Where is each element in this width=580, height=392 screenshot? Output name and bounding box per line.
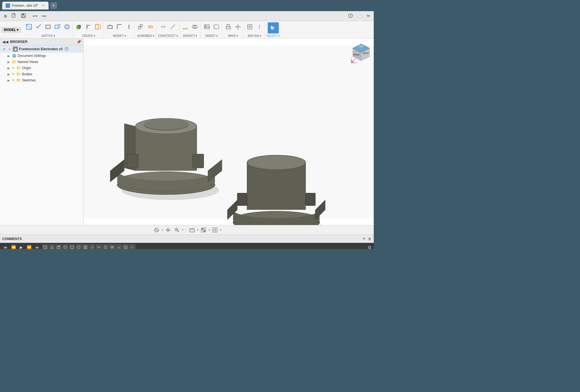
- sketch-box-button[interactable]: [53, 22, 62, 31]
- timeline-step-10[interactable]: [102, 244, 109, 249]
- zoom-fit-button[interactable]: [173, 227, 181, 233]
- pan-button[interactable]: [164, 227, 172, 233]
- named-views-toggle[interactable]: ▶: [7, 60, 11, 64]
- timeline-step-9[interactable]: [96, 244, 102, 249]
- timeline-steps: [42, 244, 362, 249]
- root-eye-icon[interactable]: 👁: [7, 47, 12, 51]
- display-mode-button[interactable]: [188, 227, 196, 233]
- model-mode-selector[interactable]: MODEL ▾: [1, 27, 21, 33]
- bodies-eye-icon[interactable]: 👁: [12, 72, 15, 76]
- inspect-measure-button[interactable]: [181, 22, 190, 31]
- zoom-dropdown[interactable]: ▾: [182, 228, 183, 231]
- sketch-rectangle-button[interactable]: [44, 22, 52, 31]
- timeline-step-6[interactable]: [76, 244, 82, 249]
- timeline-step-7[interactable]: [82, 244, 88, 249]
- timeline-step-5[interactable]: [69, 244, 75, 249]
- browser-root-item[interactable]: ▼ 👁 ▣ Frankenstein Electrodes v3: [0, 45, 83, 53]
- insert-image-button[interactable]: [202, 22, 211, 31]
- assemble-new-component-button[interactable]: [136, 22, 145, 31]
- sketch-finish-button[interactable]: [34, 22, 43, 31]
- assemble-joint-button[interactable]: [146, 22, 155, 31]
- sketch-sphere-button[interactable]: [63, 22, 71, 31]
- grid-dropdown[interactable]: ▾: [220, 228, 221, 231]
- timeline-step-2[interactable]: [49, 244, 55, 249]
- make-3dprint-button[interactable]: [224, 22, 233, 31]
- inspect-interference-button[interactable]: [190, 22, 199, 31]
- create-revolve-button[interactable]: [84, 22, 93, 31]
- browser-item-sketches[interactable]: ▶ 👁 📁 Sketches: [0, 77, 83, 83]
- construct-axis-button[interactable]: [168, 22, 177, 31]
- timeline-next-button[interactable]: ⏩: [26, 245, 33, 249]
- timeline-step-3[interactable]: [56, 244, 62, 249]
- svg-point-29: [150, 26, 153, 28]
- timeline-step-11[interactable]: [109, 244, 115, 249]
- title-bar: Franken...des v3* × +: [0, 0, 374, 11]
- browser-item-document-settings[interactable]: ▶ ⚙️ Document Settings: [0, 53, 83, 59]
- timeline-step-12[interactable]: [116, 244, 122, 249]
- visual-style-button[interactable]: [200, 227, 207, 233]
- timeline-step-4[interactable]: [62, 244, 68, 249]
- timeline-step-8[interactable]: [89, 244, 95, 249]
- sketches-toggle[interactable]: ▶: [7, 78, 11, 82]
- insert-decal-button[interactable]: [212, 22, 221, 31]
- comments-collapse-button[interactable]: ⏸: [368, 237, 372, 241]
- timeline-step-14[interactable]: [129, 244, 135, 249]
- addins-more-button[interactable]: [255, 22, 264, 31]
- bodies-toggle[interactable]: ▶: [7, 72, 11, 76]
- browser-item-bodies[interactable]: ▶ 👁 📁 Bodies: [0, 71, 83, 77]
- timeline-first-button[interactable]: ⏮: [2, 245, 8, 249]
- comments-add-button[interactable]: +: [362, 236, 365, 242]
- display-dropdown[interactable]: ▾: [197, 228, 198, 231]
- svg-rect-97: [201, 230, 203, 232]
- browser-pin-button[interactable]: 📌: [76, 40, 81, 44]
- root-toggle[interactable]: ▼: [2, 47, 6, 51]
- new-file-button[interactable]: [10, 12, 18, 20]
- addins-scripts-button[interactable]: [245, 22, 254, 31]
- modify-more-button[interactable]: [124, 22, 133, 31]
- help-button[interactable]: ? ▾: [365, 13, 372, 19]
- redo-button[interactable]: ↪ ▾: [40, 13, 48, 19]
- apps-button[interactable]: ⊞: [2, 13, 9, 19]
- undo-button[interactable]: ↩ ▾: [31, 13, 39, 19]
- select-button[interactable]: [268, 22, 279, 33]
- tab-close-button[interactable]: ×: [41, 4, 45, 8]
- timeline-last-button[interactable]: ⏭: [34, 245, 40, 249]
- document-tab[interactable]: Franken...des v3* ×: [2, 2, 49, 9]
- sketches-eye-icon[interactable]: 👁: [12, 78, 15, 82]
- svg-rect-119: [124, 247, 127, 249]
- construct-plane-button[interactable]: [159, 22, 168, 31]
- svg-marker-88: [170, 229, 171, 231]
- modify-press-pull-button[interactable]: [106, 22, 114, 31]
- svg-rect-2: [22, 14, 24, 15]
- timeline-step-13[interactable]: [123, 244, 129, 249]
- view-cube[interactable]: TOP FRONT RIGHT X Y Z: [350, 43, 370, 62]
- sketch-create-button[interactable]: [25, 22, 33, 31]
- visual-style-dropdown[interactable]: ▾: [208, 228, 210, 231]
- create-more-button[interactable]: [94, 22, 102, 31]
- browser-item-origin[interactable]: ▶ 👁 📁 Origin: [0, 65, 83, 71]
- svg-rect-65: [127, 154, 138, 168]
- make-settings-button[interactable]: [233, 22, 242, 31]
- orbit-button[interactable]: [153, 227, 160, 233]
- timeline-prev-button[interactable]: ⏪: [10, 245, 17, 249]
- new-tab-button[interactable]: +: [50, 2, 57, 9]
- user-button[interactable]: 🕐: [356, 13, 364, 19]
- save-button[interactable]: [19, 12, 28, 20]
- create-extrude-button[interactable]: [75, 22, 83, 31]
- origin-toggle[interactable]: ▶: [7, 66, 11, 70]
- doc-settings-toggle[interactable]: ▶: [7, 54, 11, 58]
- origin-eye-icon[interactable]: 👁: [12, 66, 15, 70]
- insert-group: INSERT ▾: [201, 22, 222, 38]
- broadcast-icon: [65, 47, 69, 51]
- timeline-step-1[interactable]: [42, 244, 48, 249]
- browser-collapse-button[interactable]: ◀◀: [2, 40, 8, 44]
- viewport[interactable]: TOP FRONT RIGHT X Y Z: [84, 38, 374, 225]
- modify-fillet-button[interactable]: [115, 22, 124, 31]
- browser-item-named-views[interactable]: ▶ 📁 Named Views: [0, 59, 83, 65]
- history-button[interactable]: [346, 12, 355, 20]
- grid-button[interactable]: [211, 227, 219, 233]
- svg-point-110: [77, 246, 80, 249]
- orbit-dropdown[interactable]: ▾: [162, 228, 163, 231]
- timeline-play-button[interactable]: ▶: [19, 245, 24, 249]
- timeline-settings-button[interactable]: ⚙: [368, 245, 372, 249]
